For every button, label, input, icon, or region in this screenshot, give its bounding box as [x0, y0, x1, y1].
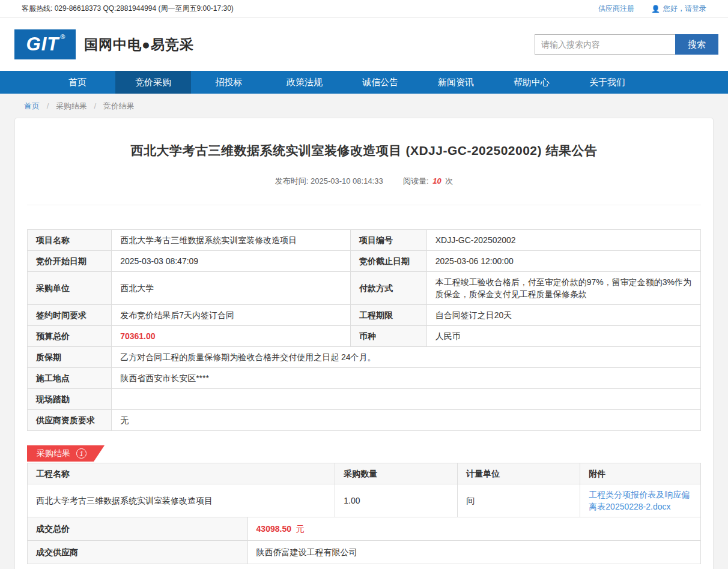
bid-start-label: 竞价开始日期 [28, 251, 112, 272]
budget-total-value: 70361.00 [112, 326, 351, 347]
nav-item-news[interactable]: 新闻资讯 [418, 71, 494, 94]
views-unit: 次 [445, 176, 453, 185]
col-header-project-name: 工程名称 [28, 463, 335, 484]
deal-total-label: 成交总价 [28, 517, 248, 541]
publish-time-value: 2025-03-10 08:14:33 [311, 176, 383, 185]
signing-time-value: 发布竞价结果后7天内签订合同 [112, 305, 351, 326]
table-row: 成交供应商 陕西侨富建设工程有限公司 [28, 541, 701, 564]
supplier-register-link[interactable]: 供应商注册 [598, 4, 634, 14]
deal-total-unit: 元 [296, 524, 305, 534]
bid-start-value: 2025-03-03 08:47:09 [112, 251, 351, 272]
table-row: 签约时间要求 发布竞价结果后7天内签订合同 工程期限 自合同签订之日20天 [28, 305, 701, 326]
budget-total-label: 预算总价 [28, 326, 112, 347]
procurement-result-table: 工程名称 采购数量 计量单位 附件 西北大学考古三维数据系统实训室装修改造项目 … [27, 463, 701, 517]
payment-method-value: 本工程竣工验收合格后，付至审定价款的97%，留审定金额的3%作为质保金，质保金支… [426, 272, 700, 305]
currency-value: 人民币 [426, 326, 700, 347]
divider [27, 205, 701, 205]
breadcrumb-separator: / [47, 101, 49, 110]
site-name: 国网中电●易竞采 [84, 35, 194, 54]
deal-summary-table: 成交总价 43098.50 元 成交供应商 陕西侨富建设工程有限公司 [27, 517, 701, 564]
table-row: 预算总价 70361.00 币种 人民币 [28, 326, 701, 347]
login-label: 您好，请登录 [663, 4, 706, 14]
deal-total-value: 43098.50 [256, 524, 291, 534]
currency-label: 币种 [351, 326, 427, 347]
nav-item-home[interactable]: 首页 [40, 71, 115, 94]
nav-item-integrity-notices[interactable]: 诚信公告 [342, 71, 418, 94]
hotline-text: 客服热线: 029-86618373 QQ:2881944994 (周一至周五9… [22, 4, 234, 14]
table-row: 施工地点 陕西省西安市长安区**** [28, 368, 701, 389]
breadcrumb-bidding-results: 竞价结果 [103, 101, 135, 110]
logo-git-box: GIT ® [14, 29, 76, 59]
publish-info: 发布时间: 2025-03-10 08:14:33 阅读量: 10 次 [27, 176, 701, 187]
login-link[interactable]: 👤您好，请登录 [651, 4, 706, 14]
table-header-row: 工程名称 采购数量 计量单位 附件 [28, 463, 701, 484]
breadcrumb: 首页 / 采购结果 / 竞价结果 [0, 94, 728, 118]
bid-deadline-label: 竞价截止日期 [351, 251, 427, 272]
search-button[interactable]: 搜索 [675, 34, 718, 55]
table-row: 采购单位 西北大学 付款方式 本工程竣工验收合格后，付至审定价款的97%，留审定… [28, 272, 701, 305]
logo-git-text: GIT [26, 29, 59, 59]
views-label: 阅读量: [403, 176, 429, 185]
site-survey-value [112, 389, 701, 410]
nav-item-about-us[interactable]: 关于我们 [569, 71, 645, 94]
topbar-links: 供应商注册 👤您好，请登录 [598, 4, 706, 14]
project-number-label: 项目编号 [351, 230, 427, 251]
warranty-label: 质保期 [28, 347, 112, 368]
project-name-label: 项目名称 [28, 230, 112, 251]
result-quantity: 1.00 [335, 484, 458, 517]
content-card: 西北大学考古三维数据系统实训室装修改造项目 (XDJJ-GC-202502002… [14, 118, 714, 569]
construction-site-value: 陕西省西安市长安区**** [112, 368, 701, 389]
warranty-value: 乙方对合同工程的质量保修期为验收合格并交付使用之日起 24个月。 [112, 347, 701, 368]
views-count: 10 [432, 176, 441, 185]
winning-supplier-value: 陕西侨富建设工程有限公司 [247, 541, 700, 564]
table-row: 供应商资质要求 无 [28, 410, 701, 431]
col-header-attachment: 附件 [580, 463, 701, 484]
registered-trademark-icon: ® [60, 33, 65, 40]
site-survey-label: 现场踏勘 [28, 389, 112, 410]
table-row: 现场踏勘 [28, 389, 701, 410]
procurement-result-badge: 采购结果 1 [27, 445, 105, 462]
breadcrumb-procurement-results[interactable]: 采购结果 [56, 101, 87, 110]
nav-item-tendering[interactable]: 招投标 [191, 71, 267, 94]
nav-item-policies[interactable]: 政策法规 [267, 71, 342, 94]
page-title: 西北大学考古三维数据系统实训室装修改造项目 (XDJJ-GC-202502002… [27, 118, 701, 159]
search-input[interactable] [535, 34, 675, 55]
purchaser-value: 西北大学 [112, 272, 351, 305]
site-logo[interactable]: GIT ® 国网中电●易竞采 [14, 29, 194, 59]
topbar: 客服热线: 029-86618373 QQ:2881944994 (周一至周五9… [0, 0, 728, 18]
col-header-quantity: 采购数量 [335, 463, 458, 484]
project-duration-value: 自合同签订之日20天 [426, 305, 700, 326]
project-name-value: 西北大学考古三维数据系统实训室装修改造项目 [112, 230, 351, 251]
signing-time-label: 签约时间要求 [28, 305, 112, 326]
procurement-result-badge-label: 采购结果 [37, 448, 70, 459]
main-nav: 首页 竞价采购 招投标 政策法规 诚信公告 新闻资讯 帮助中心 关于我们 [0, 71, 728, 94]
purchaser-label: 采购单位 [28, 272, 112, 305]
payment-method-label: 付款方式 [351, 272, 427, 305]
breadcrumb-home-link[interactable]: 首页 [24, 101, 40, 110]
result-count-badge: 1 [76, 448, 86, 459]
winning-supplier-label: 成交供应商 [28, 541, 248, 564]
supplier-qualification-value: 无 [112, 410, 701, 431]
nav-item-help-center[interactable]: 帮助中心 [494, 71, 569, 94]
result-project-name: 西北大学考古三维数据系统实训室装修改造项目 [28, 484, 335, 517]
table-row: 成交总价 43098.50 元 [28, 517, 701, 541]
col-header-unit: 计量单位 [458, 463, 580, 484]
project-number-value: XDJJ-GC-202502002 [426, 230, 700, 251]
table-row: 竞价开始日期 2025-03-03 08:47:09 竞价截止日期 2025-0… [28, 251, 701, 272]
project-info-table: 项目名称 西北大学考古三维数据系统实训室装修改造项目 项目编号 XDJJ-GC-… [27, 229, 701, 431]
result-unit: 间 [458, 484, 580, 517]
construction-site-label: 施工地点 [28, 368, 112, 389]
site-header: GIT ® 国网中电●易竞采 搜索 [0, 18, 728, 71]
table-row: 西北大学考古三维数据系统实训室装修改造项目 1.00 间 工程类分项报价表及响应… [28, 484, 701, 517]
supplier-qualification-label: 供应商资质要求 [28, 410, 112, 431]
search-bar: 搜索 [535, 34, 718, 55]
attachment-link[interactable]: 工程类分项报价表及响应偏离表20250228-2.docx [589, 490, 690, 511]
project-duration-label: 工程期限 [351, 305, 427, 326]
breadcrumb-separator: / [94, 101, 97, 110]
bid-deadline-value: 2025-03-06 12:00:00 [426, 251, 700, 272]
table-row: 质保期 乙方对合同工程的质量保修期为验收合格并交付使用之日起 24个月。 [28, 347, 701, 368]
nav-item-bidding-procurement[interactable]: 竞价采购 [115, 71, 191, 94]
table-row: 项目名称 西北大学考古三维数据系统实训室装修改造项目 项目编号 XDJJ-GC-… [28, 230, 701, 251]
user-icon: 👤 [651, 5, 660, 13]
publish-time-label: 发布时间: [275, 176, 309, 185]
